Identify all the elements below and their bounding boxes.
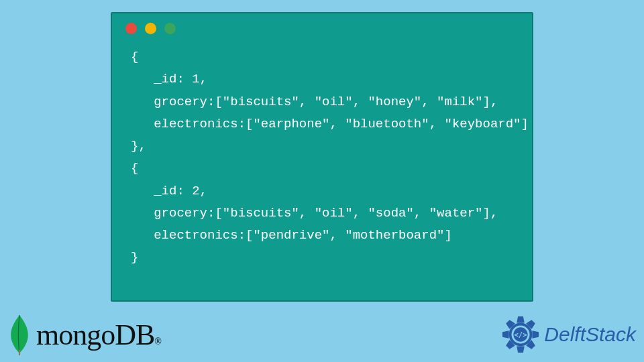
svg-marker-2 — [517, 346, 525, 353]
mongodb-wordmark: mongoDB® — [36, 318, 161, 352]
svg-rect-0 — [19, 350, 20, 355]
code-line: } — [131, 250, 138, 265]
delftstack-logo: </> DelftStack — [501, 315, 636, 354]
mongodb-registered: ® — [154, 337, 161, 347]
code-line: grocery:["biscuits", "oil", "honey", "mi… — [131, 95, 498, 109]
code-line: _id: 2, — [131, 184, 207, 198]
delftstack-badge-icon: </> — [501, 315, 540, 354]
code-line: { — [131, 161, 138, 176]
mongodb-leaf-icon — [5, 314, 34, 355]
code-line: { — [131, 50, 138, 64]
code-line: grocery:["biscuits", "oil", "soda", "wat… — [131, 206, 498, 221]
mongodb-text-main: mongoDB — [36, 318, 154, 351]
code-content: { _id: 1, grocery:["biscuits", "oil", "h… — [112, 40, 532, 283]
close-icon — [125, 23, 137, 34]
code-line: }, — [131, 139, 146, 154]
code-line: _id: 1, — [131, 72, 207, 86]
code-line: electronics:["pendrive", "motherboard"] — [131, 228, 452, 243]
mongodb-logo: mongoDB® — [5, 314, 161, 355]
window-titlebar — [112, 13, 532, 40]
code-line: electronics:["earphone", "bluetooth", "k… — [131, 117, 529, 131]
maximize-icon — [164, 23, 176, 34]
svg-marker-1 — [517, 316, 525, 323]
minimize-icon — [145, 23, 156, 34]
svg-text:</>: </> — [515, 330, 527, 339]
code-window: { _id: 1, grocery:["biscuits", "oil", "h… — [111, 12, 533, 302]
svg-marker-3 — [502, 330, 509, 339]
delftstack-wordmark: DelftStack — [544, 323, 636, 346]
svg-marker-4 — [533, 330, 539, 339]
